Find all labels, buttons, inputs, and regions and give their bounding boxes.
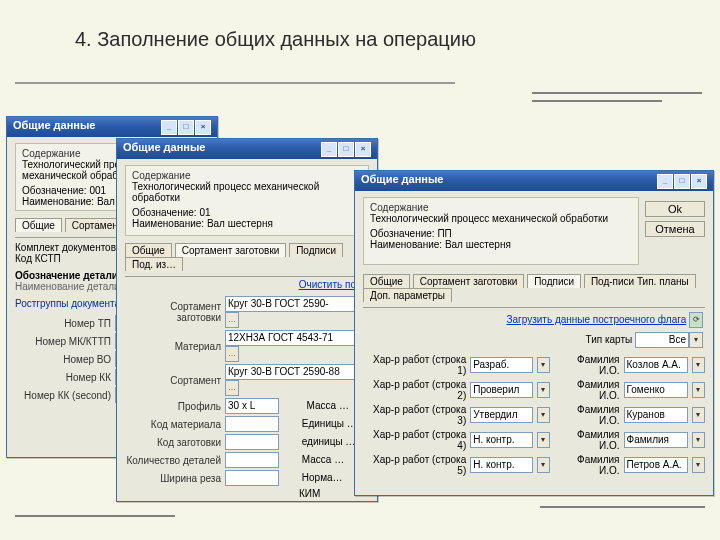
fam-field[interactable]: Куранов И.А.: [624, 407, 688, 423]
chevron-down-icon[interactable]: ▾: [692, 457, 705, 473]
har-field[interactable]: Н. контр.: [470, 432, 532, 448]
tab-signs[interactable]: Подписи: [289, 243, 343, 257]
ed2-col-label: единицы …: [302, 436, 356, 447]
chevron-down-icon[interactable]: ▾: [689, 332, 703, 348]
kodzag-label: Код заготовки: [125, 434, 225, 450]
dropdown-icon[interactable]: …: [225, 380, 239, 396]
group-label: Содержание: [132, 170, 362, 181]
decor-rule: [532, 100, 662, 102]
decor-rule: [532, 92, 702, 94]
load-data-link[interactable]: Загрузить данные построечного флага: [506, 314, 686, 325]
tab-signs2[interactable]: Под. из…: [125, 257, 183, 271]
chevron-down-icon[interactable]: ▾: [692, 432, 705, 448]
fam-field[interactable]: Гоменко А.П.: [624, 382, 688, 398]
chevron-down-icon[interactable]: ▾: [692, 407, 705, 423]
window-title: Общие данные: [13, 119, 95, 137]
sharina-label: Ширина реза: [125, 470, 225, 486]
kodzag-field[interactable]: [225, 434, 279, 450]
cancel-button[interactable]: Отмена: [645, 221, 705, 237]
fam-field[interactable]: Фамилия И.О.: [624, 432, 688, 448]
sharina-field[interactable]: [225, 470, 279, 486]
maximize-icon[interactable]: □: [674, 174, 690, 189]
naim-value: Вал шестерня: [207, 218, 273, 229]
material-label: Материал: [125, 330, 225, 362]
ed-col-label: Единицы …: [302, 418, 357, 429]
kim-label: КИМ: [299, 488, 320, 499]
kodmat-field[interactable]: [225, 416, 279, 432]
tab-general[interactable]: Общие: [363, 274, 410, 288]
sortament-field[interactable]: Круг 30-В ГОСТ 2590-88: [225, 364, 363, 380]
chevron-down-icon[interactable]: ▾: [692, 357, 705, 373]
signature-row: Хар-р работ (строка 3)Утвердил▾Фамилия И…: [363, 404, 705, 426]
maximize-icon[interactable]: □: [338, 142, 354, 157]
har-field[interactable]: Утвердил: [470, 407, 532, 423]
minimize-icon[interactable]: _: [321, 142, 337, 157]
koldet-label: Количество деталей: [125, 452, 225, 468]
process-line: Технологический процесс механической обр…: [132, 181, 362, 203]
har-label: Хар-р работ (строка 2): [363, 379, 466, 401]
oboz-label: Обозначение:: [132, 207, 197, 218]
fam-label: Фамилия И.О.: [554, 354, 620, 376]
window-title: Общие данные: [123, 141, 205, 159]
close-icon[interactable]: ×: [195, 120, 211, 135]
decor-rule: [15, 515, 175, 517]
titlebar[interactable]: Общие данные _□×: [7, 117, 217, 137]
naim-label: Наименование:: [22, 196, 94, 207]
chevron-down-icon[interactable]: ▾: [537, 357, 550, 373]
group-label: Содержание: [370, 202, 632, 213]
process-line: Технологический процесс механической обр…: [370, 213, 632, 224]
chevron-down-icon[interactable]: ▾: [537, 382, 550, 398]
har-field[interactable]: Разраб.: [470, 357, 532, 373]
sortzag-field[interactable]: Круг 30-В ГОСТ 2590-88/25ХГТ: [225, 296, 363, 312]
tab-dop[interactable]: Доп. параметры: [363, 288, 452, 302]
oboz-label: Обозначение:: [22, 185, 87, 196]
signature-row: Хар-р работ (строка 4)Н. контр.▾Фамилия …: [363, 429, 705, 451]
minimize-icon[interactable]: _: [657, 174, 673, 189]
chevron-down-icon[interactable]: ▾: [692, 382, 705, 398]
tip-karty-field[interactable]: Все: [635, 332, 689, 348]
sortzag-label: Сортамент заготовки: [125, 296, 225, 328]
signature-row: Хар-р работ (строка 2)Проверил▾Фамилия И…: [363, 379, 705, 401]
nomer-tp-label: Номер ТП: [15, 315, 115, 331]
fam-field[interactable]: Козлов А.А.: [624, 357, 688, 373]
signature-row: Хар-р работ (строка 5)Н. контр.▾Фамилия …: [363, 454, 705, 476]
titlebar[interactable]: Общие данные _□×: [355, 171, 713, 191]
fam-field[interactable]: Петров А.А.: [624, 457, 688, 473]
profile-field[interactable]: 30 x L: [225, 398, 279, 414]
tab-signs[interactable]: Подписи: [527, 274, 581, 288]
tabs: Общие Сортамент заготовки Подписи Под-пи…: [363, 273, 705, 301]
oboz-value: 01: [199, 207, 210, 218]
window-controls: _□×: [320, 141, 371, 159]
tab-general[interactable]: Общие: [125, 243, 172, 257]
fam-label: Фамилия И.О.: [554, 429, 620, 451]
tab-sortament[interactable]: Сортамент заготовки: [413, 274, 525, 288]
kodmat-label: Код материала: [125, 416, 225, 432]
close-icon[interactable]: ×: [355, 142, 371, 157]
sortament-label: Сортамент: [125, 364, 225, 396]
tab-signs-typ[interactable]: Под-писи Тип. планы: [584, 274, 696, 288]
minimize-icon[interactable]: _: [161, 120, 177, 135]
ok-button[interactable]: Ok: [645, 201, 705, 217]
dropdown-icon[interactable]: …: [225, 312, 239, 328]
dialog-general-data-3: Общие данные _□× Содержание Технологичес…: [354, 170, 714, 496]
dropdown-icon[interactable]: …: [225, 346, 239, 362]
chevron-down-icon[interactable]: ▾: [537, 432, 550, 448]
chevron-down-icon[interactable]: ▾: [537, 407, 550, 423]
tip-karty-label: Тип карты: [586, 334, 633, 345]
norma-label: Норма…: [302, 472, 343, 483]
window-title: Общие данные: [361, 173, 443, 191]
tab-sortament[interactable]: Сортамент заготовки: [175, 243, 287, 257]
tab-general[interactable]: Общие: [15, 218, 62, 232]
koldet-field[interactable]: [225, 452, 279, 468]
content-group: Содержание Технологический процесс механ…: [363, 197, 639, 265]
refresh-icon[interactable]: ⟳: [689, 312, 703, 328]
har-field[interactable]: Проверил: [470, 382, 532, 398]
har-label: Хар-р работ (строка 3): [363, 404, 466, 426]
maximize-icon[interactable]: □: [178, 120, 194, 135]
material-field[interactable]: 12ХН3А ГОСТ 4543-71: [225, 330, 363, 346]
har-field[interactable]: Н. контр.: [470, 457, 532, 473]
chevron-down-icon[interactable]: ▾: [537, 457, 550, 473]
titlebar[interactable]: Общие данные _□×: [117, 139, 377, 159]
content-group: Содержание Технологический процесс механ…: [125, 165, 369, 236]
close-icon[interactable]: ×: [691, 174, 707, 189]
